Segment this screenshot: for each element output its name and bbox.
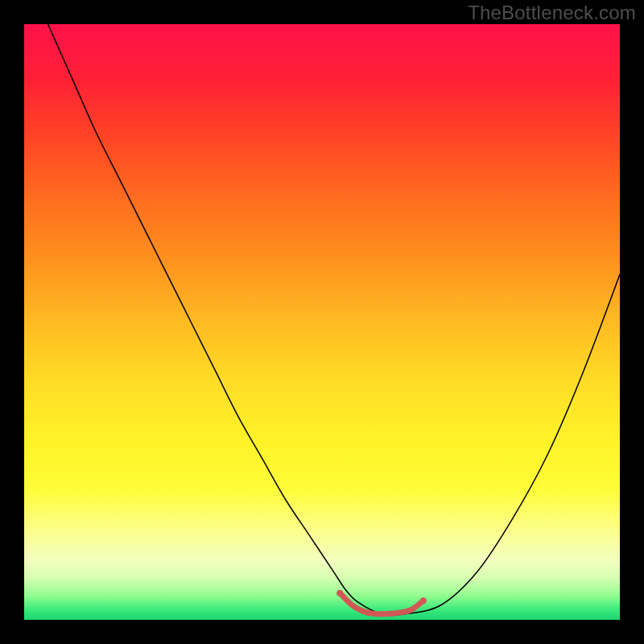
optimal-start [336, 590, 343, 597]
chart-svg [24, 24, 620, 620]
watermark-text: TheBottleneck.com [468, 2, 636, 24]
gradient-background [24, 24, 620, 620]
plot-area [24, 24, 620, 620]
chart-frame: TheBottleneck.com [0, 0, 644, 644]
optimal-end [420, 597, 427, 604]
